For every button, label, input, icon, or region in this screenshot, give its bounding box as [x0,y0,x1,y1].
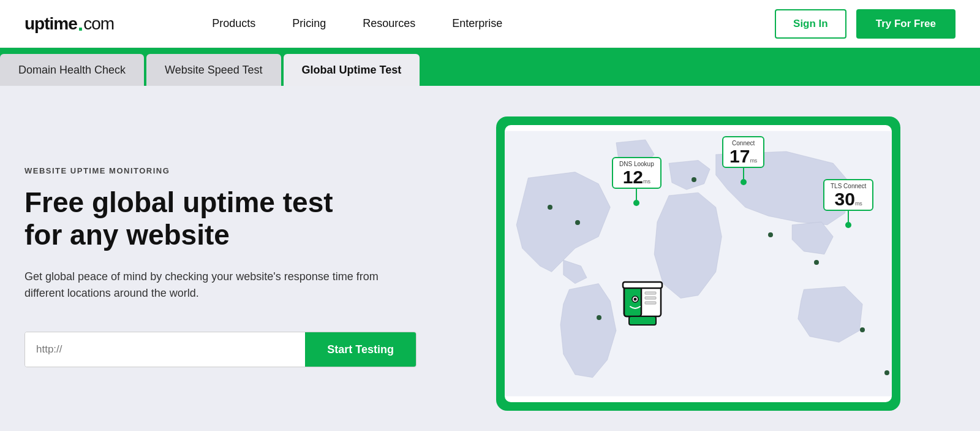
tab-global-uptime[interactable]: Global Uptime Test [284,54,420,86]
logo-uptime: uptime [24,14,77,34]
world-map-svg [505,125,892,402]
header-actions: Sign In Try For Free [775,9,956,39]
server-icon [618,273,676,332]
logo[interactable]: uptime . com [24,12,114,36]
logo-dot: . [78,12,83,36]
metric-dns-lookup: DNS Lookup 12 ms [612,157,662,206]
main-nav: Products Pricing Resources Enterprise [212,17,502,30]
loc-dot-8 [884,370,889,375]
svg-rect-9 [629,316,656,325]
start-testing-button[interactable]: Start Testing [305,332,416,367]
svg-point-5 [634,298,637,301]
loc-dot-5 [768,232,773,237]
tls-dot [845,222,851,228]
connect-dot [741,179,747,185]
tabs-container: Domain Health Check Website Speed Test G… [0,48,422,86]
headline-line2: for any website [24,219,230,251]
url-form: Start Testing [24,332,417,367]
nav-resources[interactable]: Resources [363,17,415,30]
svg-rect-8 [645,302,656,304]
url-input[interactable] [25,332,305,367]
description-text: Get global peace of mind by checking you… [24,269,380,303]
tls-value: 30 [835,190,855,208]
headline-line1: Free global uptime test [24,186,333,218]
try-free-button[interactable]: Try For Free [856,9,956,39]
connect-unit: ms [750,158,757,164]
dns-value: 12 [623,168,643,186]
connect-stem [743,168,744,179]
loc-dot-7 [860,327,865,332]
header: uptime . com Products Pricing Resources … [0,0,980,48]
dns-unit: ms [643,179,650,185]
metric-connect: Connect 17 ms [722,136,764,185]
tab-band: Domain Health Check Website Speed Test G… [0,48,980,86]
illustration-inner: DNS Lookup 12 ms Connect 17 [505,125,892,402]
svg-rect-7 [645,297,656,299]
logo-com: com [83,14,114,34]
left-panel: WEBSITE UPTIME MONITORING Free global up… [24,116,466,411]
nav-enterprise[interactable]: Enterprise [452,17,502,30]
illustration-frame: DNS Lookup 12 ms Connect 17 [496,116,900,411]
right-panel: DNS Lookup 12 ms Connect 17 [490,116,907,411]
svg-rect-3 [623,282,662,288]
svg-rect-6 [645,292,656,294]
dns-stem [636,189,637,200]
loc-dot-2 [575,220,580,225]
loc-dot-6 [814,260,819,265]
headline: Free global uptime test for any website [24,186,466,251]
nav-pricing[interactable]: Pricing [292,17,326,30]
main-content: WEBSITE UPTIME MONITORING Free global up… [0,86,980,431]
connect-value: 17 [729,147,750,166]
loc-dot-3 [692,177,696,182]
loc-dot-4 [597,315,601,320]
signin-button[interactable]: Sign In [775,9,846,39]
dns-dot [633,200,639,206]
tab-domain-health[interactable]: Domain Health Check [0,54,144,86]
tab-website-speed[interactable]: Website Speed Test [146,54,281,86]
loc-dot-1 [548,205,552,210]
tls-stem [848,211,849,222]
tls-unit: ms [855,201,862,207]
metric-tls: TLS Connect 30 ms [823,179,873,228]
eyebrow-text: WEBSITE UPTIME MONITORING [24,166,466,175]
nav-products[interactable]: Products [212,17,255,30]
